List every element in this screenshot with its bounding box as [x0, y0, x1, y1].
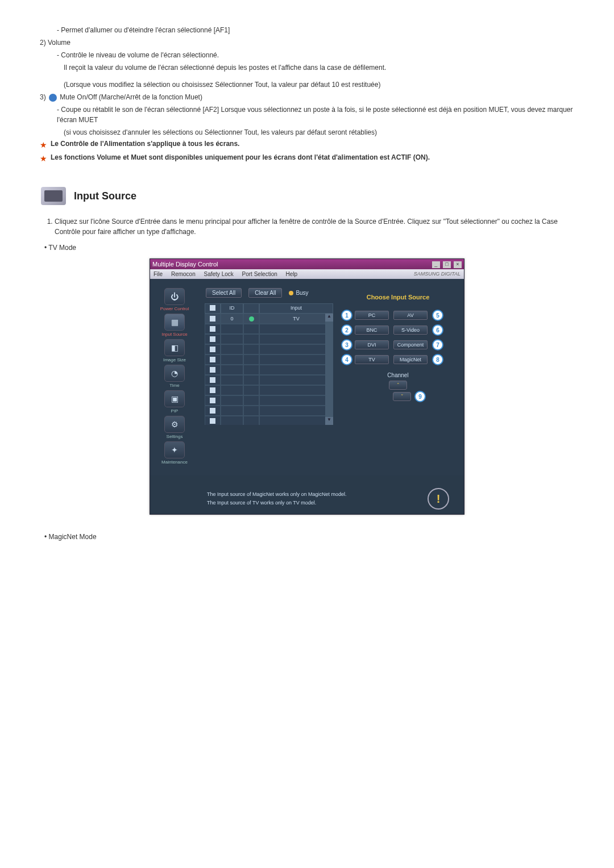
- table-row[interactable]: 0TV: [205, 314, 333, 324]
- table-row[interactable]: [205, 385, 333, 395]
- checkbox-icon: [210, 408, 215, 414]
- channel-block: Channel ˄ ˅ 9: [341, 372, 455, 402]
- row-status-cell: [243, 334, 259, 344]
- row-id-cell: [221, 344, 243, 354]
- center-column: Select All Clear All Busy ID Input 0TV ▲…: [199, 283, 337, 471]
- row-input-cell: [259, 354, 333, 365]
- col-header-check[interactable]: [205, 303, 221, 314]
- clear-all-button[interactable]: Clear All: [248, 288, 282, 298]
- table-row[interactable]: [205, 375, 333, 385]
- row-checkbox-cell[interactable]: [205, 354, 221, 365]
- checkbox-icon: [210, 347, 215, 352]
- menu-help[interactable]: Help: [286, 271, 298, 277]
- checkbox-icon: [210, 367, 215, 373]
- image-size-icon: ◧: [164, 339, 185, 356]
- row-id-cell: [221, 406, 243, 416]
- row-id-cell: [221, 365, 243, 375]
- row-input-cell: [259, 324, 333, 334]
- maximize-button[interactable]: □: [443, 261, 451, 268]
- text-line: Il reçoit la valeur du volume de l'écran…: [64, 62, 580, 73]
- source-pc-button[interactable]: PC: [355, 311, 389, 320]
- sidebar-item-maintenance[interactable]: ✦ Maintenance: [154, 441, 196, 465]
- row-checkbox-cell[interactable]: [205, 334, 221, 344]
- list-number: 2): [40, 39, 46, 47]
- note-row: ★ Le Contrôle de l'Alimentation s'appliq…: [40, 140, 580, 151]
- scrollbar-vertical[interactable]: ▲ ▼: [325, 314, 333, 425]
- row-id-cell: [221, 385, 243, 395]
- footer-line-1: The Input source of MagicNet works only …: [207, 491, 347, 499]
- sidebar-item-input-source[interactable]: ▦ Input Source: [154, 314, 196, 337]
- row-input-cell: [259, 344, 333, 354]
- row-checkbox-cell[interactable]: [205, 406, 221, 416]
- table-row[interactable]: [205, 334, 333, 344]
- row-status-cell: [243, 375, 259, 385]
- row-checkbox-cell[interactable]: [205, 324, 221, 334]
- grid-header: ID Input: [205, 303, 333, 314]
- row-id-cell: 0: [221, 314, 243, 324]
- source-svideo-button[interactable]: S-Video: [393, 326, 428, 335]
- sidebar-item-label: Maintenance: [154, 460, 196, 465]
- row-status-cell: [243, 314, 259, 324]
- table-row[interactable]: [205, 324, 333, 334]
- table-row[interactable]: [205, 395, 333, 406]
- section-header: Input Source: [41, 187, 580, 205]
- source-magicnet-button[interactable]: MagicNet: [393, 355, 428, 364]
- table-row[interactable]: [205, 365, 333, 375]
- menu-safety-lock[interactable]: Safety Lock: [204, 271, 234, 277]
- checkbox-icon: [210, 316, 215, 322]
- row-input-cell: [259, 365, 333, 375]
- panel-title: Choose Input Source: [341, 294, 455, 301]
- sidebar-item-pip[interactable]: ▣ PIP: [154, 390, 196, 414]
- source-bnc-button[interactable]: BNC: [355, 326, 389, 335]
- table-row[interactable]: [205, 406, 333, 416]
- instruction-list: Cliquez sur l'icône Source d'Entrée dans…: [55, 216, 580, 237]
- menu-port-selection[interactable]: Port Selection: [242, 271, 277, 277]
- window-titlebar[interactable]: Multiple Display Control _ □ ×: [150, 259, 464, 269]
- table-row[interactable]: [205, 416, 333, 425]
- row-status-cell: [243, 324, 259, 334]
- checkbox-icon: [210, 336, 215, 342]
- row-checkbox-cell[interactable]: [205, 395, 221, 406]
- source-av-button[interactable]: AV: [393, 311, 428, 320]
- source-component-button[interactable]: Component: [393, 340, 428, 349]
- row-checkbox-cell[interactable]: [205, 375, 221, 385]
- row-checkbox-cell[interactable]: [205, 365, 221, 375]
- table-row[interactable]: [205, 354, 333, 365]
- table-row[interactable]: [205, 344, 333, 354]
- star-icon: ★: [40, 140, 47, 151]
- select-all-button[interactable]: Select All: [206, 288, 242, 298]
- channel-down-button[interactable]: ˅: [393, 392, 411, 401]
- star-icon: ★: [40, 153, 47, 165]
- minimize-button[interactable]: _: [432, 261, 440, 268]
- close-button[interactable]: ×: [454, 261, 462, 268]
- row-input-cell: TV: [259, 314, 333, 324]
- channel-up-button[interactable]: ˄: [389, 381, 407, 390]
- row-checkbox-cell[interactable]: [205, 385, 221, 395]
- menubar: File Remocon Safety Lock Port Selection …: [150, 269, 464, 279]
- row-id-cell: [221, 375, 243, 385]
- window-title: Multiple Display Control: [152, 261, 218, 268]
- row-checkbox-cell[interactable]: [205, 416, 221, 425]
- settings-icon: ⚙: [164, 416, 185, 433]
- row-checkbox-cell[interactable]: [205, 344, 221, 354]
- checkbox-icon: [210, 326, 215, 332]
- sidebar-item-time[interactable]: ◔ Time: [154, 365, 196, 388]
- menu-file[interactable]: File: [154, 271, 163, 277]
- sidebar-item-settings[interactable]: ⚙ Settings: [154, 416, 196, 439]
- sidebar-item-image-size[interactable]: ◧ Image Size: [154, 339, 196, 362]
- busy-dot-icon: [289, 291, 293, 295]
- section-title: Input Source: [74, 190, 136, 202]
- list-num-row: 3) Mute On/Off (Marche/Arrêt de la fonct…: [40, 92, 580, 102]
- source-dvi-button[interactable]: DVI: [355, 340, 389, 349]
- menu-remocon[interactable]: Remocon: [171, 271, 196, 277]
- row-status-cell: [243, 385, 259, 395]
- source-tv-button[interactable]: TV: [355, 355, 389, 364]
- row-input-cell: [259, 395, 333, 406]
- scroll-down-button[interactable]: ▼: [325, 417, 333, 425]
- list-number: 3): [40, 93, 46, 101]
- status-dot-icon: [249, 316, 254, 322]
- sidebar-item-power-control[interactable]: ⏻ Power Control: [154, 288, 196, 311]
- note-row: ★ Les fonctions Volume et Muet sont disp…: [40, 153, 580, 165]
- scroll-up-button[interactable]: ▲: [325, 314, 333, 322]
- row-checkbox-cell[interactable]: [205, 314, 221, 324]
